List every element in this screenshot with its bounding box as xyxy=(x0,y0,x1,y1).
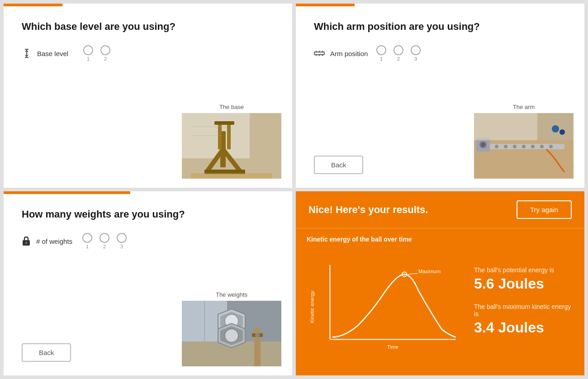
weights-radio-num-2: 2 xyxy=(103,244,106,249)
weights-control-row: # of weights 1 2 3 xyxy=(22,233,274,249)
stat1-value: 5.6 Joules xyxy=(474,275,574,292)
svg-line-60 xyxy=(408,273,417,274)
arm-radio-num-1: 1 xyxy=(380,56,383,62)
panel-results: Nice! Here's your results. Try again Kin… xyxy=(296,191,584,375)
weights-radio-circle-2[interactable] xyxy=(100,233,109,243)
stats-area: The ball's potential energy is 5.6 Joule… xyxy=(474,236,574,366)
panel1-content: Which base level are you using? Base lev… xyxy=(4,6,292,188)
arm-radio-circle-2[interactable] xyxy=(394,45,403,55)
svg-point-35 xyxy=(481,142,485,147)
results-title: Nice! Here's your results. xyxy=(308,204,428,216)
svg-point-26 xyxy=(495,145,498,148)
svg-rect-15 xyxy=(314,52,324,55)
weights-radio-2[interactable]: 2 xyxy=(100,233,109,249)
svg-point-53 xyxy=(255,333,260,337)
svg-rect-38 xyxy=(474,113,537,140)
stat-potential-energy: The ball's potential energy is 5.6 Joule… xyxy=(474,266,574,292)
svg-point-40 xyxy=(25,242,28,244)
stat2-desc: The ball's maximum kinetic energy is xyxy=(474,303,574,317)
radio-num-2: 2 xyxy=(104,56,107,62)
weights-image-container: The weights xyxy=(182,291,281,366)
results-header: Nice! Here's your results. Try again xyxy=(296,191,584,228)
svg-rect-12 xyxy=(191,173,272,179)
base-photo xyxy=(182,113,281,179)
panel2-content: Which arm position are you using? Arm po… xyxy=(296,6,584,188)
svg-point-28 xyxy=(513,145,517,148)
arm-radio-num-3: 3 xyxy=(414,56,417,62)
panel-weights: How many weights are you using? # of wei… xyxy=(4,191,292,375)
arm-position-label: Arm position xyxy=(330,50,371,57)
weights-radio-1[interactable]: 1 xyxy=(82,233,92,249)
weights-icon xyxy=(22,236,31,246)
results-body: Kinetic energy of the ball over time Kin… xyxy=(296,228,584,375)
arm-radio-circle-1[interactable] xyxy=(376,45,386,55)
arm-control-row: Arm position 1 2 3 xyxy=(314,45,566,62)
base-level-icon xyxy=(22,48,32,58)
svg-point-27 xyxy=(504,145,507,148)
weights-radio-circle-1[interactable] xyxy=(82,233,92,243)
arm-photo xyxy=(474,113,574,179)
svg-text:Maximum: Maximum xyxy=(418,269,441,274)
arm-image-label: The arm xyxy=(513,104,535,110)
question-arm-position: Which arm position are you using? xyxy=(314,21,566,33)
arm-radio-1[interactable]: 1 xyxy=(376,45,386,62)
weights-label: # of weights xyxy=(36,237,77,245)
arm-image-container: The arm xyxy=(474,104,574,179)
svg-rect-11 xyxy=(214,121,234,125)
weights-photo xyxy=(182,301,281,366)
svg-rect-10 xyxy=(227,122,231,149)
chart-svg-container: Kinetic energy Time Maximum xyxy=(307,247,465,366)
base-radio-2[interactable]: 2 xyxy=(100,45,110,62)
arm-radio-group: 1 2 3 xyxy=(376,45,421,62)
radio-circle-1[interactable] xyxy=(83,45,93,55)
chart-area: Kinetic energy of the ball over time Kin… xyxy=(307,236,465,366)
svg-point-37 xyxy=(560,129,565,135)
weights-radio-group: 1 2 3 xyxy=(82,233,127,249)
svg-text:Kinetic energy: Kinetic energy xyxy=(309,290,315,323)
weights-radio-3[interactable]: 3 xyxy=(117,233,127,249)
back-button-arm[interactable]: Back xyxy=(314,156,363,174)
base-image-container: The base xyxy=(182,104,281,179)
weights-radio-circle-3[interactable] xyxy=(117,233,127,243)
stat2-value: 3.4 Joules xyxy=(474,319,574,336)
stat1-desc: The ball's potential energy is xyxy=(474,266,574,274)
weights-image-label: The weights xyxy=(216,291,247,298)
panel-base-level: Which base level are you using? Base lev… xyxy=(4,4,292,188)
svg-point-29 xyxy=(522,145,526,148)
arm-radio-2[interactable]: 2 xyxy=(394,45,403,62)
weights-radio-num-1: 1 xyxy=(86,244,89,249)
base-control-row: Base level 1 2 xyxy=(22,45,274,62)
chart-title: Kinetic energy of the ball over time xyxy=(307,236,465,243)
radio-circle-2[interactable] xyxy=(100,45,110,55)
svg-point-32 xyxy=(549,145,553,148)
arm-radio-num-2: 2 xyxy=(397,56,400,62)
svg-point-30 xyxy=(531,145,535,148)
base-radio-1[interactable]: 1 xyxy=(83,45,93,62)
svg-text:Time: Time xyxy=(387,344,398,350)
panel-arm-position: Which arm position are you using? Arm po… xyxy=(296,4,584,188)
arm-radio-circle-3[interactable] xyxy=(411,45,421,55)
arm-position-icon xyxy=(314,49,325,57)
arm-radio-3[interactable]: 3 xyxy=(411,45,421,62)
question-base-level: Which base level are you using? xyxy=(22,21,274,33)
svg-point-36 xyxy=(552,125,559,133)
weights-radio-num-3: 3 xyxy=(120,244,123,249)
base-level-label: Base level xyxy=(37,50,78,57)
stat-kinetic-energy: The ball's maximum kinetic energy is 3.4… xyxy=(474,303,574,336)
base-image-label: The base xyxy=(219,104,244,110)
back-button-weights[interactable]: Back xyxy=(22,343,71,362)
question-weights: How many weights are you using? xyxy=(22,208,274,220)
try-again-button[interactable]: Try again xyxy=(517,200,572,219)
svg-point-50 xyxy=(225,329,238,342)
radio-num-1: 1 xyxy=(87,56,90,62)
svg-point-31 xyxy=(540,145,544,148)
panel3-content: How many weights are you using? # of wei… xyxy=(4,194,292,375)
base-level-radio-group: 1 2 xyxy=(83,45,110,62)
